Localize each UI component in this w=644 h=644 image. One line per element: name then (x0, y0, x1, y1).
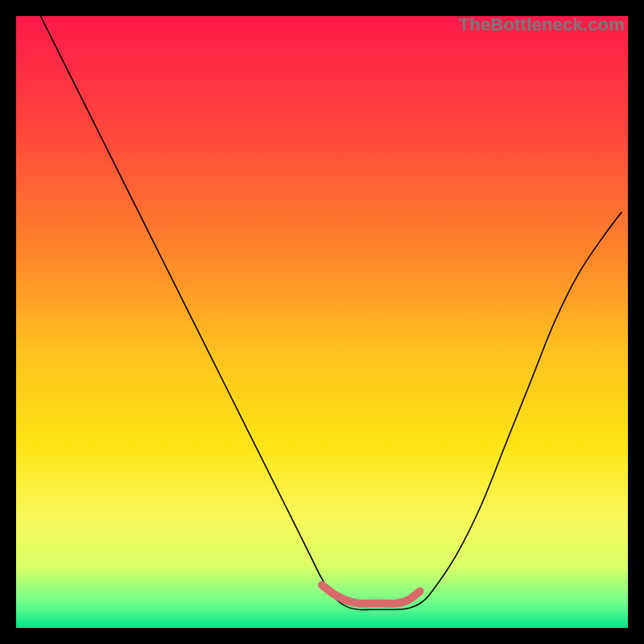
chart-background (16, 16, 628, 628)
chart-frame: TheBottleneck.com (16, 16, 628, 628)
chart-svg (16, 16, 628, 628)
watermark-text: TheBottleneck.com (459, 14, 625, 35)
